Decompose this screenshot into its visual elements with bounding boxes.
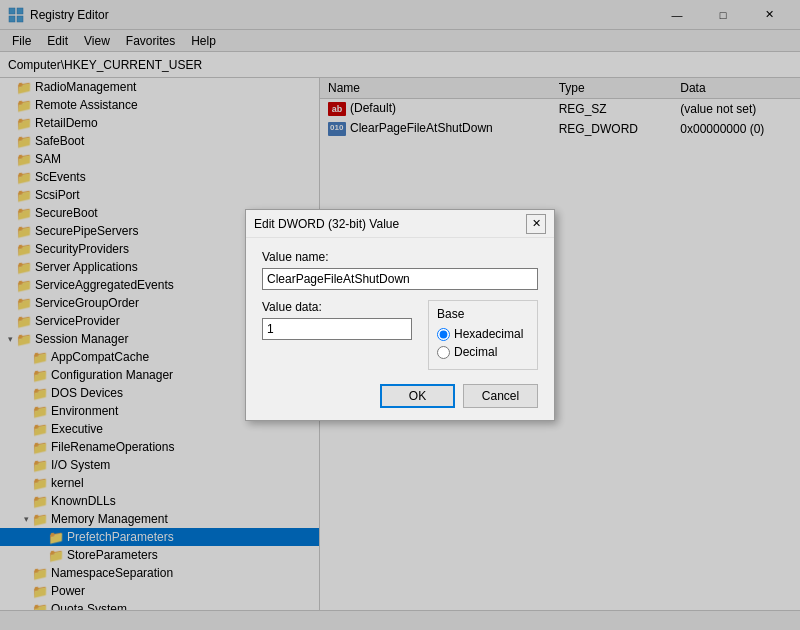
hexadecimal-radio[interactable]	[437, 328, 450, 341]
dialog-body: Value name: Value data: Base Hexadecimal…	[246, 238, 554, 420]
decimal-option[interactable]: Decimal	[437, 345, 529, 359]
hexadecimal-option[interactable]: Hexadecimal	[437, 327, 529, 341]
dialog-title-bar: Edit DWORD (32-bit) Value ✕	[246, 210, 554, 238]
dialog-buttons: OK Cancel	[262, 384, 538, 408]
base-label: Base	[437, 307, 529, 321]
decimal-label: Decimal	[454, 345, 497, 359]
dialog-data-row: Value data: Base Hexadecimal Decimal	[262, 300, 538, 370]
dialog-close-button[interactable]: ✕	[526, 214, 546, 234]
base-section: Base Hexadecimal Decimal	[428, 300, 538, 370]
edit-dword-dialog: Edit DWORD (32-bit) Value ✕ Value name: …	[245, 209, 555, 421]
modal-overlay: Edit DWORD (32-bit) Value ✕ Value name: …	[0, 0, 800, 630]
value-name-label: Value name:	[262, 250, 538, 264]
value-data-label: Value data:	[262, 300, 412, 314]
dialog-title: Edit DWORD (32-bit) Value	[254, 217, 526, 231]
value-data-section: Value data:	[262, 300, 412, 350]
cancel-button[interactable]: Cancel	[463, 384, 538, 408]
value-data-input[interactable]	[262, 318, 412, 340]
hexadecimal-label: Hexadecimal	[454, 327, 523, 341]
decimal-radio[interactable]	[437, 346, 450, 359]
ok-button[interactable]: OK	[380, 384, 455, 408]
value-name-input[interactable]	[262, 268, 538, 290]
